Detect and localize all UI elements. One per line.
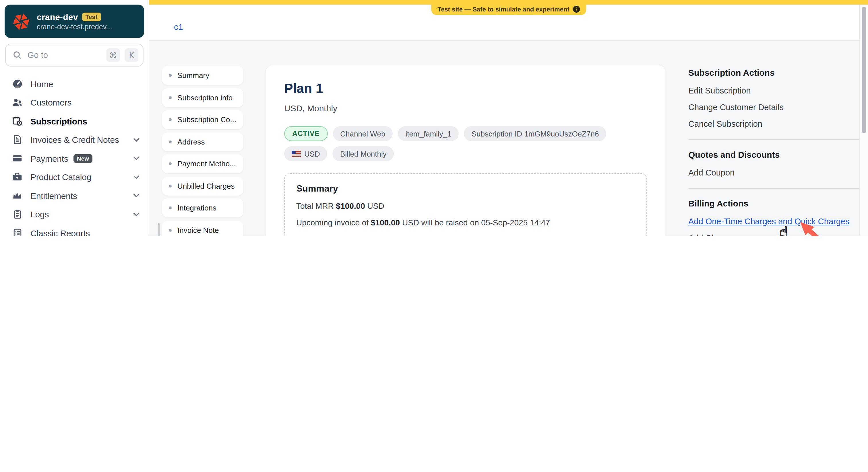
cmd-key: ⌘	[106, 48, 120, 62]
subnav-item-subscription-info[interactable]: Subscription info	[162, 88, 243, 107]
quotes-discounts-title: Quotes and Discounts	[688, 150, 862, 160]
change-customer-details-action[interactable]: Change Customer Details	[688, 103, 862, 112]
bullet-dot-icon	[169, 118, 172, 121]
billing-actions-title: Billing Actions	[688, 198, 862, 208]
upcoming-invoice-line: Upcoming invoice of $100.00 USD will be …	[296, 218, 635, 227]
sidebar-nav: Home Customers Subscriptions Invoices & …	[0, 74, 149, 236]
subnav-item-invoice-note[interactable]: Invoice Note	[162, 221, 243, 236]
page-scrollbar-thumb[interactable]	[862, 7, 866, 133]
org-test-badge: Test	[82, 12, 101, 21]
content-body: Summary Subscription info Subscription C…	[149, 41, 868, 236]
content-area: Test site — Safe to simulate and experim…	[149, 0, 868, 236]
bullet-dot-icon	[169, 162, 172, 165]
sidebar: crane-dev Test crane-dev-test.predev... …	[0, 0, 149, 236]
upcoming-amount: $100.00	[371, 218, 400, 227]
add-coupon-action[interactable]: Add Coupon	[688, 168, 862, 177]
add-charge-action[interactable]: Add Charge	[688, 233, 862, 236]
divider	[688, 139, 862, 140]
total-mrr-line: Total MRR $100.00 USD	[296, 201, 635, 210]
gauge-icon	[11, 78, 23, 90]
us-flag-icon	[291, 150, 301, 157]
sidebar-item-classic-reports[interactable]: Classic Reports	[0, 224, 149, 236]
status-badge: ACTIVE	[284, 126, 328, 141]
sidebar-item-label: Subscriptions	[30, 116, 87, 126]
sidebar-item-entitlements[interactable]: Entitlements	[0, 187, 149, 205]
chevron-down-icon	[133, 175, 140, 179]
page-scrollbar-track[interactable]	[859, 5, 868, 236]
page-title: Plan 1	[284, 81, 647, 96]
sidebar-item-label: Customers	[30, 98, 71, 107]
sidebar-item-label: Payments	[30, 154, 68, 164]
subnav-item-integrations[interactable]: Integrations	[162, 198, 243, 217]
mrr-amount: $100.00	[336, 201, 365, 210]
report-doc-icon	[11, 227, 23, 236]
subnav-item-payment-method[interactable]: Payment Metho...	[162, 154, 243, 173]
org-domain: crane-dev-test.predev...	[37, 23, 112, 31]
org-switcher[interactable]: crane-dev Test crane-dev-test.predev...	[5, 5, 144, 38]
subnav-item-summary[interactable]: Summary	[162, 66, 243, 85]
subnav-item-address[interactable]: Address	[162, 132, 243, 151]
sidebar-item-customers[interactable]: Customers	[0, 93, 149, 112]
main-column: Plan 1 USD, Monthly ACTIVE Channel Web i…	[266, 65, 665, 236]
brand-logo-icon	[11, 11, 31, 31]
item-family-badge: item_family_1	[398, 126, 459, 141]
bullet-dot-icon	[169, 74, 172, 77]
sidebar-item-invoices[interactable]: Invoices & Credit Notes	[0, 131, 149, 149]
credit-card-icon	[11, 153, 23, 164]
search-input[interactable]	[26, 50, 102, 60]
app-root: crane-dev Test crane-dev-test.predev... …	[0, 0, 868, 236]
billing-frequency-badge: Billed Monthly	[333, 146, 394, 161]
crown-icon	[11, 190, 23, 202]
edit-subscription-action[interactable]: Edit Subscription	[688, 86, 862, 95]
sidebar-item-subscriptions[interactable]: Subscriptions	[0, 112, 149, 131]
sidebar-item-label: Product Catalog	[30, 172, 91, 182]
test-site-banner-label: Test site — Safe to simulate and experim…	[437, 6, 569, 12]
info-icon[interactable]: i	[573, 6, 580, 12]
channel-badge: Channel Web	[333, 126, 393, 141]
org-name: crane-dev	[37, 12, 78, 22]
summary-title: Summary	[296, 183, 635, 194]
test-site-banner: Test site — Safe to simulate and experim…	[431, 5, 586, 15]
subscription-actions-title: Subscription Actions	[688, 68, 862, 77]
sidebar-item-label: Entitlements	[30, 191, 77, 201]
global-search[interactable]: ⌘ K	[5, 43, 144, 67]
bullet-dot-icon	[169, 184, 172, 187]
cancel-subscription-action[interactable]: Cancel Subscription	[688, 119, 862, 129]
sidebar-item-label: Logs	[30, 210, 49, 220]
chevron-down-icon	[133, 212, 140, 217]
sidebar-item-label: Home	[30, 79, 53, 89]
breadcrumb[interactable]: c1	[174, 22, 183, 32]
actions-panel: Subscription Actions Edit Subscription C…	[688, 68, 862, 236]
subnav-scrollbar[interactable]	[158, 223, 160, 236]
sidebar-item-label: Invoices & Credit Notes	[30, 135, 119, 145]
currency-badge: USD	[284, 146, 328, 161]
users-icon	[11, 97, 23, 108]
plan-header-card: Plan 1 USD, Monthly ACTIVE Channel Web i…	[266, 65, 665, 236]
clipboard-icon	[11, 209, 23, 220]
plan-subtitle: USD, Monthly	[284, 103, 647, 113]
subnav-item-subscription-co[interactable]: Subscription Co...	[162, 110, 243, 129]
subscription-subnav: Summary Subscription info Subscription C…	[162, 66, 243, 236]
add-one-time-charges-link[interactable]: Add One-Time Charges and Quick Charges	[688, 217, 862, 226]
bullet-dot-icon	[169, 229, 172, 231]
sidebar-item-label: Classic Reports	[30, 228, 90, 236]
briefcase-icon	[11, 171, 23, 183]
subscription-id-badge: Subscription ID 1mGM9uoUszOeZ7n6	[464, 126, 607, 141]
sidebar-item-logs[interactable]: Logs	[0, 205, 149, 224]
subnav-item-unbilled-charges[interactable]: Unbilled Charges	[162, 176, 243, 195]
chevron-down-icon	[133, 138, 140, 142]
sidebar-item-product-catalog[interactable]: Product Catalog	[0, 168, 149, 187]
new-badge: New	[73, 154, 92, 163]
sidebar-item-home[interactable]: Home	[0, 74, 149, 93]
bullet-dot-icon	[169, 206, 172, 209]
bullet-dot-icon	[169, 96, 172, 99]
summary-box: Summary Total MRR $100.00 USD Upcoming i…	[284, 173, 647, 236]
chevron-down-icon	[133, 194, 140, 198]
sidebar-item-payments[interactable]: Payments New	[0, 149, 149, 168]
plan-badges: ACTIVE Channel Web item_family_1 Subscri…	[284, 126, 629, 161]
invoice-icon	[11, 134, 23, 146]
calendar-clock-icon	[11, 115, 23, 127]
divider	[688, 188, 862, 189]
bullet-dot-icon	[169, 140, 172, 143]
chevron-down-icon	[133, 156, 140, 161]
